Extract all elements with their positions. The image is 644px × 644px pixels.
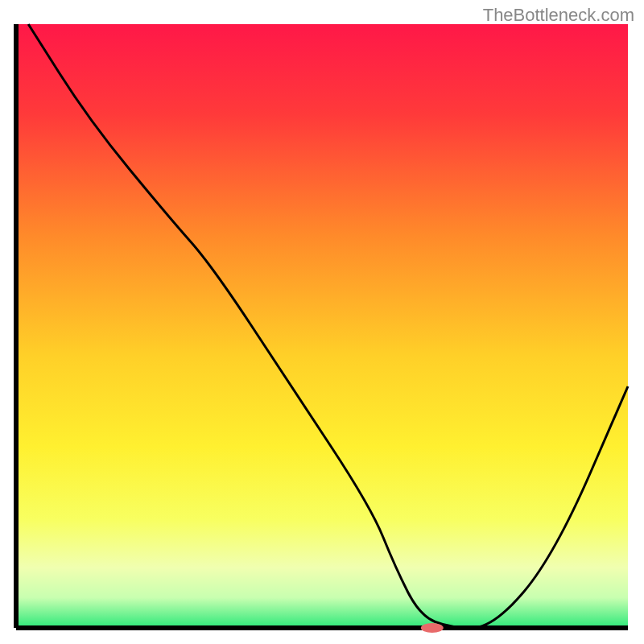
chart-background: [16, 24, 628, 628]
bottleneck-chart: [0, 0, 644, 644]
chart-container: TheBottleneck.com: [0, 0, 644, 644]
optimal-marker: [421, 623, 444, 633]
watermark-text: TheBottleneck.com: [483, 5, 634, 26]
